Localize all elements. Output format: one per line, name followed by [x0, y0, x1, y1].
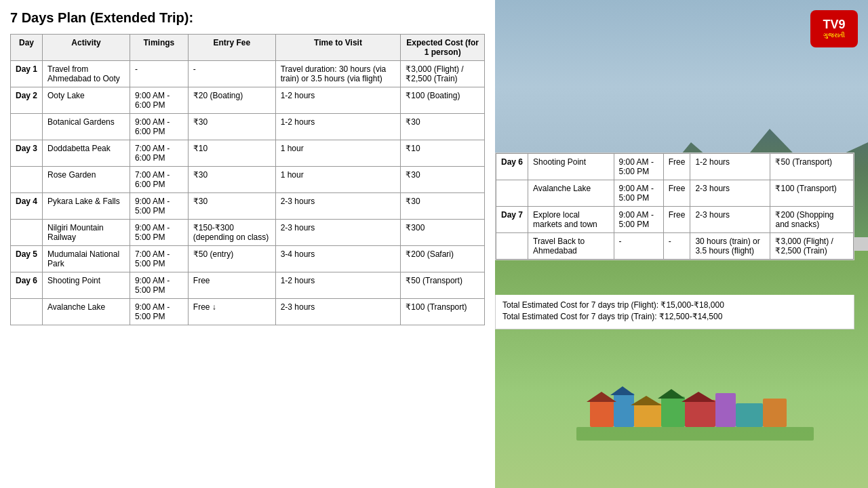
cell-expected-cost: ₹30	[401, 193, 485, 220]
cell-activity: Mudumalai National Park	[43, 246, 130, 272]
cell-timings: -	[614, 233, 663, 260]
cell-day	[496, 180, 528, 207]
cell-timings: 9:00 AM - 5:00 PM	[130, 272, 188, 299]
table-header-row: Day Activity Timings Entry Fee Time to V…	[11, 35, 485, 61]
cell-day: Day 7	[496, 207, 528, 233]
cell-entry-fee: ₹150-₹300 (depending on class)	[188, 220, 275, 246]
cell-timings: 9:00 AM - 5:00 PM	[614, 180, 663, 207]
cell-activity: Explore local markets and town	[528, 207, 614, 233]
cell-timings: -	[130, 61, 188, 87]
cell-entry-fee: Free ↓	[188, 299, 275, 325]
cell-timings: 9:00 AM - 6:00 PM	[130, 114, 188, 140]
cell-time-to-visit: 30 hours (train) or 3.5 hours (flight)	[690, 233, 770, 260]
cell-time-to-visit: 2-3 hours	[690, 180, 770, 207]
table-row: Rose Garden7:00 AM - 6:00 PM₹301 hour₹30	[11, 167, 485, 193]
cell-day: Day 4	[11, 193, 43, 220]
cell-entry-fee: ₹30	[188, 193, 275, 220]
cell-expected-cost: ₹300	[401, 220, 485, 246]
cell-entry-fee: -	[663, 233, 690, 260]
cell-day: Day 2	[11, 87, 43, 114]
tv9-brand-text: tv9	[823, 18, 845, 30]
cell-expected-cost: ₹10	[401, 140, 485, 167]
cell-timings: 9:00 AM - 5:00 PM	[130, 220, 188, 246]
cell-timings: 9:00 AM - 5:00 PM	[130, 299, 188, 325]
page-title: 7 Days Plan (Extended Trip):	[10, 10, 485, 26]
table-row: Day 7Explore local markets and town9:00 …	[496, 207, 854, 233]
cell-entry-fee: Free	[663, 180, 690, 207]
cell-activity: Rose Garden	[43, 167, 130, 193]
cell-timings: 7:00 AM - 6:00 PM	[130, 167, 188, 193]
cell-expected-cost: ₹30	[401, 167, 485, 193]
cell-entry-fee: ₹10	[188, 140, 275, 167]
cell-entry-fee: Free	[188, 272, 275, 299]
cell-activity: Nilgiri Mountain Railway	[43, 220, 130, 246]
cell-timings: 7:00 AM - 5:00 PM	[130, 246, 188, 272]
cell-expected-cost: ₹200 (Shopping and snacks)	[770, 207, 854, 233]
cell-timings: 9:00 AM - 5:00 PM	[614, 154, 663, 180]
cell-time-to-visit: 3-4 hours	[275, 246, 401, 272]
col-time-to-visit: Time to Visit	[275, 35, 401, 61]
cell-activity: Avalanche Lake	[528, 180, 614, 207]
cell-day	[11, 167, 43, 193]
cell-time-to-visit: Travel duration: 30 hours (via train) or…	[275, 61, 401, 87]
cell-time-to-visit: 1-2 hours	[275, 114, 401, 140]
cell-day: Day 3	[11, 140, 43, 167]
cell-entry-fee: ₹20 (Boating)	[188, 87, 275, 114]
cell-day: Day 6	[496, 154, 528, 180]
cell-timings: 9:00 AM - 5:00 PM	[614, 207, 663, 233]
col-day: Day	[11, 35, 43, 61]
cell-activity: Ooty Lake	[43, 87, 130, 114]
second-table-container: Day 6Shooting Point9:00 AM - 5:00 PMFree…	[495, 152, 854, 260]
cell-entry-fee: -	[188, 61, 275, 87]
table-row: Nilgiri Mountain Railway9:00 AM - 5:00 P…	[11, 220, 485, 246]
table-row: Avalanche Lake9:00 AM - 5:00 PMFree2-3 h…	[496, 180, 854, 207]
cell-expected-cost: ₹50 (Transport)	[401, 272, 485, 299]
cell-activity: Travel from Ahmedabad to Ooty	[43, 61, 130, 87]
cell-timings: 9:00 AM - 6:00 PM	[130, 87, 188, 114]
cell-day	[11, 220, 43, 246]
cell-entry-fee: Free	[663, 207, 690, 233]
cell-activity: Doddabetta Peak	[43, 140, 130, 167]
cell-time-to-visit: 1 hour	[275, 167, 401, 193]
table-row: Day 6Shooting Point9:00 AM - 5:00 PMFree…	[496, 154, 854, 180]
table-row: Travel Back to Ahmedabad--30 hours (trai…	[496, 233, 854, 260]
cell-entry-fee: ₹50 (entry)	[188, 246, 275, 272]
cell-expected-cost: ₹100 (Transport)	[401, 299, 485, 325]
cell-day: Day 5	[11, 246, 43, 272]
table-row: Botanical Gardens9:00 AM - 6:00 PM₹301-2…	[11, 114, 485, 140]
cell-day	[11, 299, 43, 325]
cell-entry-fee: ₹30	[188, 167, 275, 193]
table-row: Avalanche Lake9:00 AM - 5:00 PMFree ↓2-3…	[11, 299, 485, 325]
cell-timings: 7:00 AM - 6:00 PM	[130, 140, 188, 167]
cell-activity: Pykara Lake & Falls	[43, 193, 130, 220]
cell-entry-fee: Free	[663, 154, 690, 180]
cell-expected-cost: ₹50 (Transport)	[770, 154, 854, 180]
cell-expected-cost: ₹3,000 (Flight) / ₹2,500 (Train)	[770, 233, 854, 260]
main-content: 7 Days Plan (Extended Trip): Day Activit…	[0, 0, 495, 488]
tv9-sub-text: ગુજરાતી	[823, 32, 845, 39]
cell-time-to-visit: 2-3 hours	[275, 220, 401, 246]
cell-expected-cost: ₹3,000 (Flight) / ₹2,500 (Train)	[401, 61, 485, 87]
table-row: Day 3Doddabetta Peak7:00 AM - 6:00 PM₹10…	[11, 140, 485, 167]
second-table: Day 6Shooting Point9:00 AM - 5:00 PMFree…	[496, 153, 854, 260]
cell-day: Day 1	[11, 61, 43, 87]
totals-section: Total Estimated Cost for 7 days trip (Fl…	[495, 295, 854, 329]
col-expected-cost: Expected Cost (for 1 person)	[401, 35, 485, 61]
col-entry-fee: Entry Fee	[188, 35, 275, 61]
tv9-logo: tv9 ગુજરાતી	[810, 10, 858, 47]
cell-activity: Botanical Gardens	[43, 114, 130, 140]
cell-expected-cost: ₹200 (Safari)	[401, 246, 485, 272]
cell-day: Day 6	[11, 272, 43, 299]
table-row: Day 5Mudumalai National Park7:00 AM - 5:…	[11, 246, 485, 272]
cell-time-to-visit: 2-3 hours	[275, 299, 401, 325]
cell-activity: Shooting Point	[43, 272, 130, 299]
cell-activity: Travel Back to Ahmedabad	[528, 233, 614, 260]
cell-timings: 9:00 AM - 5:00 PM	[130, 193, 188, 220]
table-row: Day 4Pykara Lake & Falls9:00 AM - 5:00 P…	[11, 193, 485, 220]
table-row: Day 1Travel from Ahmedabad to Ooty--Trav…	[11, 61, 485, 87]
cell-time-to-visit: 1-2 hours	[690, 154, 770, 180]
col-timings: Timings	[130, 35, 188, 61]
cell-time-to-visit: 2-3 hours	[690, 207, 770, 233]
cell-day	[11, 114, 43, 140]
cell-day	[496, 233, 528, 260]
